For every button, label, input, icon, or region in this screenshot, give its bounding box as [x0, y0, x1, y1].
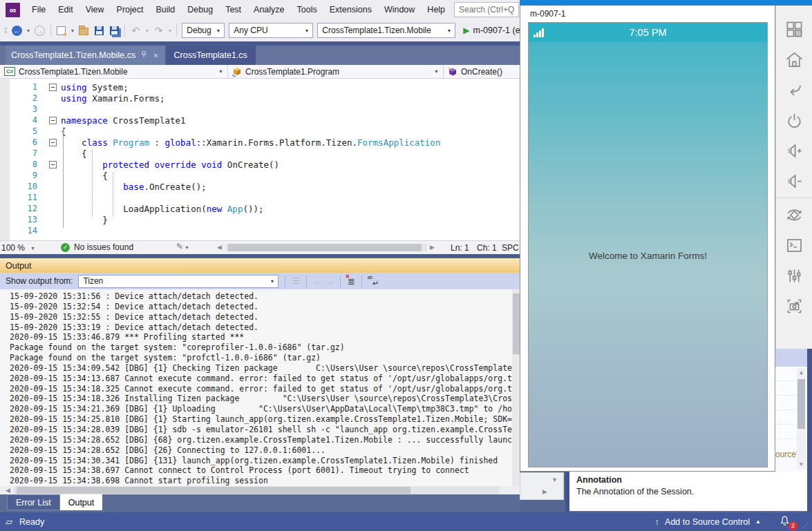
- code-line[interactable]: 11: [0, 192, 440, 203]
- close-icon[interactable]: ✕: [153, 52, 158, 59]
- collapse-icon[interactable]: [49, 84, 57, 91]
- code-line[interactable]: 9 {: [0, 170, 440, 181]
- collapse-icon[interactable]: [49, 139, 57, 146]
- navigate-forward-button[interactable]: →: [33, 23, 47, 37]
- emulator-window[interactable]: m-0907-1 7:05 PM Welcome to Xamarin Form…: [520, 6, 775, 472]
- volume-up-button[interactable]: [780, 135, 808, 166]
- power-icon: [785, 111, 804, 130]
- scroll-up-arrow-icon[interactable]: ▲: [797, 369, 806, 376]
- document-tab[interactable]: CrossTemplate1.Tizen.Mobile.cs✕: [6, 46, 164, 65]
- resize-grip-icon[interactable]: ⋰: [802, 521, 809, 529]
- startup-project-dropdown[interactable]: CrossTemplate1.Tizen.Mobile▼: [317, 23, 455, 38]
- apps-button[interactable]: [780, 14, 808, 44]
- panel-tab-error-list[interactable]: Error List: [7, 494, 60, 510]
- navigate-backward-caret-icon[interactable]: ▼: [26, 28, 31, 33]
- code-line[interactable]: 12 LoadApplication(new App());: [0, 203, 440, 214]
- menu-item-build[interactable]: Build: [149, 0, 181, 19]
- new-project-button[interactable]: [55, 23, 68, 37]
- menu-item-extensions[interactable]: Extensions: [323, 0, 378, 19]
- menu-item-debug[interactable]: Debug: [181, 0, 219, 19]
- chevron-up-icon[interactable]: ▲: [755, 519, 761, 525]
- editor-horizontal-scrollbar[interactable]: [225, 244, 427, 251]
- redo-button[interactable]: ↷: [151, 23, 165, 37]
- navigate-backward-button[interactable]: ←: [10, 23, 24, 37]
- code-line[interactable]: 7 {: [0, 148, 440, 159]
- open-file-button[interactable]: [77, 23, 91, 37]
- menu-item-view[interactable]: View: [79, 0, 111, 19]
- search-input[interactable]: [454, 2, 519, 17]
- solution-platform-dropdown[interactable]: Any CPU▼: [229, 23, 313, 38]
- undo-button[interactable]: ↶: [129, 23, 142, 37]
- code-line[interactable]: 8 protected override void OnCreate(): [0, 159, 440, 170]
- collapsed-dropdown[interactable]: ▼ ▶: [520, 472, 564, 500]
- undo-caret-icon[interactable]: ▼: [144, 28, 149, 33]
- code-line[interactable]: 5{: [0, 126, 440, 137]
- collapse-icon[interactable]: [49, 117, 57, 124]
- previous-message-button[interactable]: ←: [311, 275, 323, 287]
- fold-margin[interactable]: [44, 161, 61, 168]
- save-all-button[interactable]: [107, 23, 121, 37]
- type-dropdown[interactable]: CrossTemplate1.Program ▼: [228, 65, 444, 78]
- toolbar-separator: [340, 276, 341, 287]
- shell-button[interactable]: [780, 230, 808, 260]
- fold-margin[interactable]: [44, 139, 61, 146]
- document-tab[interactable]: CrossTemplate1.cs: [166, 46, 256, 65]
- scrollbar-thumb[interactable]: [513, 293, 520, 354]
- collapse-icon[interactable]: [49, 161, 57, 168]
- scrollbar-thumb[interactable]: [797, 379, 805, 429]
- toolbar-grip-icon[interactable]: ⁞⁞: [4, 27, 7, 35]
- panel-tab-output[interactable]: Output: [60, 494, 103, 510]
- scroll-down-arrow-icon[interactable]: ▼: [797, 461, 806, 467]
- menu-item-tools[interactable]: Tools: [291, 0, 323, 19]
- output-source-dropdown[interactable]: Tizen▼: [78, 275, 278, 288]
- redo-caret-icon[interactable]: ▼: [167, 28, 172, 33]
- menu-item-edit[interactable]: Edit: [52, 0, 79, 19]
- toggle-word-wrap-button[interactable]: ab↵: [366, 275, 379, 287]
- menu-item-help[interactable]: Help: [421, 0, 451, 19]
- save-button[interactable]: [92, 23, 106, 37]
- code-line[interactable]: 1using System;: [0, 81, 440, 93]
- scrollbar-track[interactable]: [14, 486, 499, 494]
- emulator-phone-screen[interactable]: 7:05 PM Welcome to Xamarin Forms!: [528, 22, 768, 467]
- solution-configuration-dropdown[interactable]: Debug▼: [182, 23, 225, 38]
- screenshot-button[interactable]: [780, 291, 808, 321]
- menu-item-file[interactable]: File: [26, 0, 52, 19]
- volume-down-button[interactable]: [780, 166, 808, 196]
- code-line[interactable]: 10 base.OnCreate();: [0, 181, 440, 192]
- new-project-caret-icon[interactable]: ▼: [70, 28, 75, 33]
- rotate-button[interactable]: [780, 200, 808, 230]
- controller-button[interactable]: [780, 260, 808, 291]
- issues-indicator[interactable]: ✓No issues found: [61, 242, 133, 252]
- next-message-button[interactable]: →: [323, 275, 336, 287]
- power-button[interactable]: [780, 105, 808, 135]
- scrollbar-thumb[interactable]: [17, 487, 410, 494]
- clear-all-button[interactable]: ≣✕: [345, 275, 357, 287]
- menu-item-project[interactable]: Project: [111, 0, 150, 19]
- add-to-source-control-button[interactable]: Add to Source Control: [665, 517, 750, 527]
- menu-item-window[interactable]: Window: [378, 0, 421, 19]
- menu-item-analyze[interactable]: Analyze: [247, 0, 290, 19]
- back-button[interactable]: [780, 75, 808, 105]
- scroll-right-arrow-icon[interactable]: ▶: [430, 244, 435, 251]
- find-message-button[interactable]: ☰: [290, 275, 302, 287]
- editor-zoom-dropdown[interactable]: 100 %▼: [1, 242, 37, 253]
- menu-item-test[interactable]: Test: [219, 0, 247, 19]
- pin-icon[interactable]: [141, 51, 147, 59]
- grid-vertical-scrollbar[interactable]: ▲ ▼: [797, 368, 806, 469]
- notifications-button[interactable]: 2: [779, 515, 793, 529]
- scroll-left-arrow-icon[interactable]: ◀: [6, 487, 10, 494]
- code-cleanup-button[interactable]: ✎▼: [176, 242, 191, 251]
- home-button[interactable]: [780, 44, 808, 75]
- fold-margin[interactable]: [44, 117, 61, 124]
- scroll-left-arrow-icon[interactable]: ◀: [217, 244, 222, 251]
- code-line[interactable]: 14: [0, 225, 440, 236]
- code-line[interactable]: 13 }: [0, 214, 440, 225]
- code-line[interactable]: 6 class Program : global::Xamarin.Forms.…: [0, 137, 440, 148]
- start-debugging-button[interactable]: ▶m-0907-1 (e: [463, 26, 520, 35]
- fold-margin[interactable]: [44, 84, 61, 91]
- scrollbar-thumb[interactable]: [228, 244, 422, 251]
- code-line[interactable]: 3: [0, 104, 440, 115]
- project-dropdown[interactable]: C# CrossTemplate1.Tizen.Mobile ▼: [0, 65, 228, 78]
- code-line[interactable]: 4namespace CrossTemplate1: [0, 115, 440, 126]
- code-line[interactable]: 2using Xamarin.Forms;: [0, 93, 440, 104]
